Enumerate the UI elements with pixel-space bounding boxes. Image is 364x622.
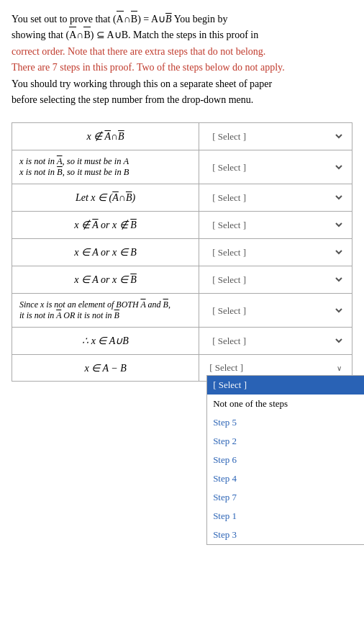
proof-table: x ∉ A∩B [ Select ] Not one of the steps … [12,122,352,382]
note-line2: There are 7 steps in this proof. Two of … [12,62,285,73]
open-dropdown-container: [ Select ] ∨ [ Select ] Not one of the s… [206,361,345,375]
dropdown-cell[interactable]: [ Select ] Not one of the steps Step 1 S… [199,123,352,150]
line3: You should try working through this on a… [12,78,272,89]
table-row: Since x is not an element of BOTH A and … [12,294,352,328]
dropdown-option-none[interactable]: Not one of the steps [207,395,364,413]
dropdown-trigger[interactable]: [ Select ] ∨ [206,361,345,375]
dropdown-option-step6[interactable]: Step 6 [207,451,364,469]
statement-cell-last: x ∈ A − B [12,355,199,382]
dropdown-list: [ Select ] Not one of the steps Step 5 S… [206,375,364,545]
dropdown-cell[interactable]: [ Select ] Not one of the steps Step 1 S… [199,212,352,239]
dropdown-option-step4[interactable]: Step 4 [207,469,364,488]
dropdown-option-step7[interactable]: Step 7 [207,488,364,507]
dropdown-option-step3[interactable]: Step 3 [207,526,364,544]
dropdown-cell[interactable]: [ Select ] Not one of the steps Step 1 S… [199,266,352,294]
dropdown-option-select[interactable]: [ Select ] [207,376,364,395]
step-select-5[interactable]: [ Select ] Not one of the steps Step 1 S… [206,245,345,260]
step-select-8[interactable]: [ Select ] Not one of the steps Step 1 S… [206,333,345,348]
statement-cell: x ∉ A∩B [12,123,199,150]
statement-cell: ∴ x ∈ A∪B [12,328,199,355]
dropdown-cell[interactable]: [ Select ] Not one of the steps Step 1 S… [199,328,352,355]
statement-text: x is not in A, so it must be in A x is n… [19,156,129,177]
table-row: x ∉ A∩B [ Select ] Not one of the steps … [12,123,352,150]
intro-line1b: You begin by [172,14,228,24]
statement-text-last: x ∈ A − B [84,363,126,374]
statement-cell: x ∉ A or x ∉ B [12,212,199,239]
step-select-2[interactable]: [ Select ] Not one of the steps Step 1 S… [206,160,345,175]
table-row: x ∈ A or x ∈ B [ Select ] Not one of the… [12,239,352,266]
formula1: (A∩B) = A∪B [113,14,172,24]
step-select-1[interactable]: [ Select ] Not one of the steps Step 1 S… [206,129,345,144]
statement-text: Since x is not an element of BOTH A and … [19,299,170,320]
dropdown-cell[interactable]: [ Select ] Not one of the steps Step 1 S… [199,294,352,328]
dropdown-cell[interactable]: [ Select ] Not one of the steps Step 1 S… [199,150,352,184]
statement-text: Let x ∈ (A∩B) [76,192,135,203]
table-row: x is not in A, so it must be in A x is n… [12,150,352,184]
step-select-4[interactable]: [ Select ] Not one of the steps Step 1 S… [206,217,345,233]
dropdown-option-step1[interactable]: Step 1 [207,507,364,526]
intro-line2: showing that [12,30,65,40]
statement-cell: Let x ∈ (A∩B) [12,184,199,212]
table-row: x ∈ A or x ∈ B [ Select ] Not one of the… [12,266,352,294]
dropdown-cell-last[interactable]: [ Select ] ∨ [ Select ] Not one of the s… [199,355,352,382]
intro-line2b: Match the steps in this proof in [131,30,259,40]
table-row: Let x ∈ (A∩B) [ Select ] Not one of the … [12,184,352,212]
step-select-6[interactable]: [ Select ] Not one of the steps Step 1 S… [206,272,345,287]
dropdown-option-step5[interactable]: Step 5 [207,413,364,432]
statement-text: x ∉ A∩B [86,131,124,142]
dropdown-option-step2[interactable]: Step 2 [207,432,364,451]
statement-text: x ∈ A or x ∈ B [74,274,137,285]
statement-text: x ∈ A or x ∈ B [74,247,137,258]
statement-text: ∴ x ∈ A∪B [82,335,129,346]
table-row-last: x ∈ A − B [ Select ] ∨ [ Select ] Not on… [12,355,352,382]
intro-line1: You set out to prove that [12,14,113,24]
dropdown-current-value: [ Select ] [209,362,243,374]
step-select-3[interactable]: [ Select ] Not one of the steps Step 1 S… [206,190,345,205]
statement-cell: x is not in A, so it must be in A x is n… [12,150,199,184]
statement-text: x ∉ A or x ∉ B [74,220,137,230]
formula2: (A∩B) ⊆ A∪B. [65,30,130,40]
table-row: x ∉ A or x ∉ B [ Select ] Not one of the… [12,212,352,239]
table-row: ∴ x ∈ A∪B [ Select ] Not one of the step… [12,328,352,355]
line4: before selecting the step number from th… [12,94,253,105]
note-text: correct order. Note that there are extra… [12,46,265,57]
statement-cell: x ∈ A or x ∈ B [12,239,199,266]
step-select-7[interactable]: [ Select ] Not one of the steps Step 1 S… [206,303,345,318]
dropdown-cell[interactable]: [ Select ] Not one of the steps Step 1 S… [199,184,352,212]
statement-cell: Since x is not an element of BOTH A and … [12,294,199,328]
statement-cell: x ∈ A or x ∈ B [12,266,199,294]
intro-paragraph: You set out to prove that (A∩B) = A∪B Yo… [12,12,352,108]
dropdown-cell[interactable]: [ Select ] Not one of the steps Step 1 S… [199,239,352,266]
dropdown-arrow-icon: ∨ [337,364,342,372]
